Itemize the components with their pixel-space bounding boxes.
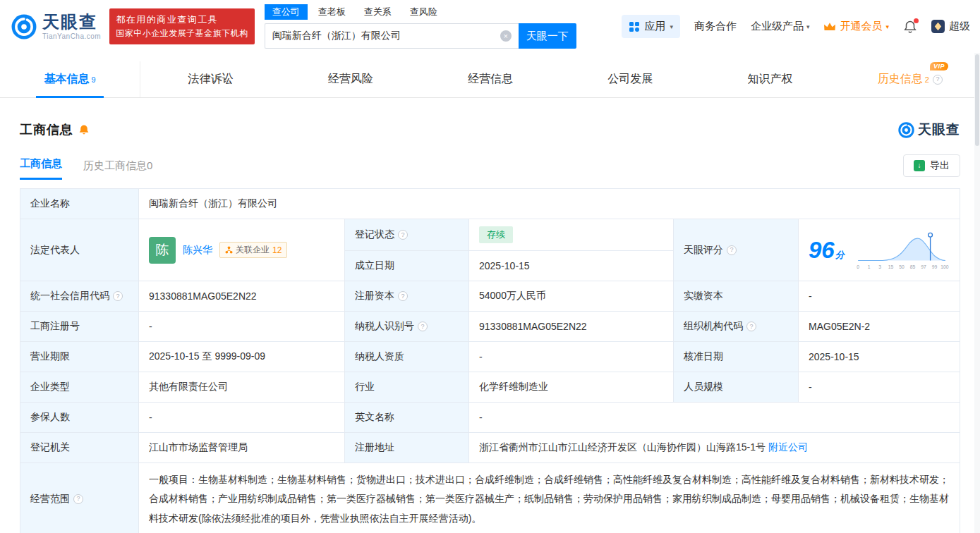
label-company-type: 企业类型 <box>20 372 139 403</box>
score-distribution-chart: 0 1 3 15 50 85 97 99 100 <box>853 230 950 271</box>
help-icon[interactable]: ? <box>727 245 737 255</box>
svg-text:1: 1 <box>867 264 870 269</box>
tab-count: 9 <box>92 75 96 84</box>
apps-menu-label: 应用 <box>644 20 665 33</box>
scrollbar-thumb[interactable] <box>975 54 979 146</box>
legal-rep-avatar[interactable]: 陈 <box>149 237 176 264</box>
search-tab-risk[interactable]: 查风险 <box>402 4 445 20</box>
value-business-scope: 一般项目：生物基材料制造；生物基材料销售；货物进出口；技术进出口；合成纤维制造；… <box>139 463 960 533</box>
value-paid-capital: - <box>799 281 960 312</box>
notification-dot <box>914 18 919 23</box>
clear-icon[interactable]: × <box>500 30 512 42</box>
search-area: 查公司 查老板 查关系 查风险 × 天眼一下 <box>265 4 576 49</box>
tab-legal-proceedings[interactable]: 法律诉讼 <box>140 61 280 97</box>
value-industry: 化学纤维制造业 <box>469 372 674 403</box>
top-header: 天眼查 TianYanCha.com 都在用的商业查询工具 国家中小企业发展子基… <box>0 0 980 53</box>
label-reg-status: 登记状态? <box>345 219 469 251</box>
label-score: 天眼评分? <box>674 219 799 281</box>
tab-history-info-label: 历史信息 <box>878 72 923 87</box>
subtab-history-business-info[interactable]: 历史工商信息0 <box>83 159 152 180</box>
label-staff-size: 人员规模 <box>674 372 799 403</box>
help-icon[interactable]: ? <box>418 321 428 331</box>
label-registry: 登记机关 <box>20 433 139 463</box>
table-row: 参保人数 - 英文名称 - <box>20 403 960 433</box>
tab-company-development-label: 公司发展 <box>607 72 653 87</box>
logo-domain: TianYanCha.com <box>42 32 101 40</box>
tab-basic-info-label: 基本信息 <box>44 72 90 87</box>
svg-text:99: 99 <box>931 264 937 269</box>
tab-intellectual-property[interactable]: 知识产权 <box>700 61 840 97</box>
label-reg-capital: 注册资本? <box>345 281 469 312</box>
score-number: 96分 <box>809 238 845 262</box>
help-icon[interactable]: ? <box>398 291 408 301</box>
value-reg-status: 存续 <box>469 219 674 251</box>
menu-open-vip-label: 开通会员 <box>840 20 882 33</box>
caret-down-icon: ▾ <box>670 23 673 30</box>
search-tab-company[interactable]: 查公司 <box>265 4 308 20</box>
business-info-table: 企业名称 闽瑞新合纤（浙江）有限公司 法定代表人 陈 陈兴华 关 <box>20 188 960 533</box>
table-row: 经营范围? 一般项目：生物基材料制造；生物基材料销售；货物进出口；技术进出口；合… <box>20 463 960 533</box>
value-company-name: 闽瑞新合纤（浙江）有限公司 <box>139 189 960 219</box>
table-row: 法定代表人 陈 陈兴华 关联企业 12 <box>20 219 960 251</box>
table-row: 统一社会信用代码? 91330881MAG05E2N22 注册资本? 54000… <box>20 281 960 312</box>
search-button[interactable]: 天眼一下 <box>519 23 576 49</box>
value-address: 浙江省衢州市江山市江山经济开发区（山海协作园）山海路15-1号 附近公司 <box>469 433 960 463</box>
value-english-name: - <box>469 403 960 433</box>
related-companies-badge[interactable]: 关联企业 12 <box>219 242 287 258</box>
export-button[interactable]: ↓ 导出 <box>903 154 960 177</box>
apps-menu[interactable]: 应用 ▾ <box>622 15 680 38</box>
label-business-term: 营业期限 <box>20 342 139 372</box>
tab-basic-info[interactable]: 基本信息 9 <box>0 61 140 97</box>
notification-bell-icon[interactable] <box>903 20 917 34</box>
table-row: 营业期限 2025-10-15 至 9999-09-09 纳税人资质 - 核准日… <box>20 342 960 372</box>
table-row: 登记机关 江山市市场监督管理局 注册地址 浙江省衢州市江山市江山经济开发区（山海… <box>20 433 960 463</box>
excel-icon: ↓ <box>914 160 925 171</box>
apps-grid-icon <box>629 21 640 32</box>
menu-enterprise[interactable]: 企业级产品 ▾ <box>751 20 810 33</box>
table-row: 工商注册号 - 纳税人识别号? 91330881MAG05E2N22 组织机构代… <box>20 312 960 342</box>
menu-super-vip[interactable]: 超级 <box>931 20 970 33</box>
header-menu: 应用 ▾ 商务合作 企业级产品 ▾ 开通会员 ▾ 超 <box>622 15 970 38</box>
tab-operation-info[interactable]: 经营信息 <box>421 61 560 97</box>
vip-badge: VIP <box>930 62 948 71</box>
help-icon[interactable]: ? <box>746 321 756 331</box>
label-credit-code: 统一社会信用代码? <box>20 281 139 312</box>
subscribe-bell-icon[interactable] <box>78 124 90 135</box>
menu-cooperation[interactable]: 商务合作 <box>694 20 737 33</box>
menu-open-vip[interactable]: 开通会员 ▾ <box>823 20 889 33</box>
value-taxpayer-quality: - <box>469 342 674 372</box>
legal-rep-name-link[interactable]: 陈兴华 <box>183 244 212 257</box>
tab-operation-info-label: 经营信息 <box>468 72 513 87</box>
value-score: 96分 0 1 3 15 50 85 97 99 100 <box>799 219 960 281</box>
value-credit-code: 91330881MAG05E2N22 <box>139 281 345 312</box>
svg-text:85: 85 <box>909 264 915 269</box>
help-icon[interactable]: ? <box>398 230 408 240</box>
tab-company-development[interactable]: 公司发展 <box>560 61 700 97</box>
search-tab-boss[interactable]: 查老板 <box>310 4 353 20</box>
label-paid-capital: 实缴资本 <box>674 281 799 312</box>
search-tab-relation[interactable]: 查关系 <box>356 4 399 20</box>
tab-operation-risk[interactable]: 经营风险 <box>281 61 421 97</box>
value-org-code: MAG05E2N-2 <box>799 312 960 342</box>
label-industry: 行业 <box>345 372 469 403</box>
promo-badge: 都在用的商业查询工具 国家中小企业发展子基金旗下机构 <box>109 8 255 44</box>
value-reg-capital: 54000万人民币 <box>469 281 674 312</box>
label-establish-date: 成立日期 <box>345 251 469 281</box>
help-icon[interactable]: ? <box>73 494 83 504</box>
label-english-name: 英文名称 <box>345 403 469 433</box>
tab-count: 2 <box>925 75 929 84</box>
brand-watermark-text: 天眼查 <box>918 121 960 139</box>
label-reg-number: 工商注册号 <box>20 312 139 342</box>
value-insured-count: - <box>139 403 345 433</box>
caret-down-icon: ▾ <box>806 23 810 30</box>
search-input[interactable] <box>265 23 519 49</box>
nearby-companies-link[interactable]: 附近公司 <box>768 441 808 453</box>
value-reg-number: - <box>139 312 345 342</box>
help-icon[interactable]: ? <box>933 75 943 85</box>
subtab-business-info[interactable]: 工商信息 <box>20 157 62 180</box>
promo-line2: 国家中小企业发展子基金旗下机构 <box>116 27 248 40</box>
tab-history-info[interactable]: VIP 历史信息 2 ? <box>840 61 980 97</box>
promo-line1: 都在用的商业查询工具 <box>116 13 248 27</box>
help-icon[interactable]: ? <box>113 291 123 301</box>
tianyancha-logo[interactable]: 天眼查 TianYanCha.com <box>11 13 101 40</box>
